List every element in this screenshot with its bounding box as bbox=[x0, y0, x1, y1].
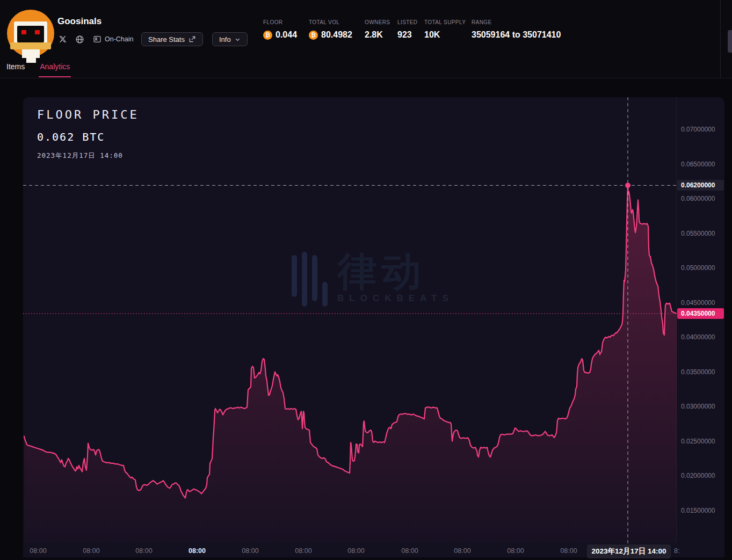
y-axis: 0.06200000 0.04350000 0.070000000.065000… bbox=[677, 97, 724, 543]
y-axis-tick-label: 0.06000000 bbox=[681, 195, 715, 202]
chevron-down-icon bbox=[235, 37, 241, 42]
info-label: Info bbox=[219, 35, 231, 43]
x-axis-tick-label: 08:00 bbox=[560, 547, 577, 555]
social-icon-row: On-Chain bbox=[58, 33, 134, 45]
website-globe-icon[interactable] bbox=[75, 35, 84, 44]
y-axis-tick-label: 0.01500000 bbox=[681, 507, 715, 514]
y-axis-tick-label: 0.03500000 bbox=[681, 368, 715, 376]
collection-header: Goosinals On-Chain Share Stats Info FLOO… bbox=[0, 0, 732, 78]
y-axis-tick-label: 0.02500000 bbox=[681, 438, 715, 445]
x-axis-tick-label: 08:00 bbox=[135, 547, 152, 555]
x-axis-tick-label: 08:00 bbox=[295, 547, 311, 555]
header-divider bbox=[720, 0, 721, 78]
stat-range: RANGE 35059164 to 35071410 bbox=[472, 19, 561, 40]
scrollbar-thumb[interactable] bbox=[728, 30, 732, 53]
x-tick-partial: 8: bbox=[674, 547, 679, 555]
chart-plot-area[interactable]: FLOOR PRICE 0.062 BTC 2023年12月17日 14:00 … bbox=[23, 97, 677, 543]
btc-icon: ₿ bbox=[309, 31, 318, 40]
page-title: Goosinals bbox=[57, 16, 102, 27]
x-axis-tick-label: 08:00 bbox=[189, 547, 206, 555]
share-stats-label: Share Stats bbox=[148, 35, 185, 43]
y-axis-tick-label: 0.03000000 bbox=[681, 403, 715, 410]
x-twitter-icon[interactable] bbox=[58, 35, 67, 44]
share-stats-button[interactable]: Share Stats bbox=[141, 32, 203, 46]
x-axis-tick-label: 08:00 bbox=[507, 547, 524, 555]
chart-title: FLOOR PRICE bbox=[37, 108, 139, 121]
on-chain-badge[interactable]: On-Chain bbox=[92, 35, 134, 44]
analytics-page: { "header": { "title": "Goosinals", "onc… bbox=[0, 0, 732, 560]
crosshair-point-marker bbox=[625, 183, 630, 188]
on-chain-label: On-Chain bbox=[105, 35, 134, 43]
x-axis-tick-label: 08:00 bbox=[242, 547, 258, 555]
x-axis-tick-label: 08:00 bbox=[83, 547, 99, 555]
x-axis-tick-label: 08:00 bbox=[454, 547, 470, 555]
tab-items[interactable]: Items bbox=[5, 60, 26, 77]
tab-bar: Items Analytics bbox=[5, 60, 71, 77]
floor-price-chart bbox=[23, 97, 677, 543]
crosshair-date-label: 2023年12月17日 14:00 bbox=[587, 544, 671, 558]
y-axis-tick-label: 0.05500000 bbox=[681, 230, 715, 237]
stat-total-supply: TOTAL SUPPLY 10K bbox=[424, 19, 466, 40]
tab-analytics[interactable]: Analytics bbox=[39, 60, 71, 77]
y-axis-tick-label: 0.06500000 bbox=[681, 161, 715, 168]
x-axis-tick-label: 08:00 bbox=[347, 547, 364, 555]
y-axis-tick-label: 0.05000000 bbox=[681, 264, 715, 272]
floor-price-chart-card: FLOOR PRICE 0.062 BTC 2023年12月17日 14:00 … bbox=[23, 97, 724, 560]
current-price-badge: 0.04350000 bbox=[677, 308, 724, 319]
chart-hover-value: 0.062 BTC bbox=[37, 130, 139, 143]
crosshair-price-label: 0.06200000 bbox=[677, 180, 724, 191]
btc-icon: ₿ bbox=[263, 31, 272, 40]
chart-hover-date: 2023年12月17日 14:00 bbox=[37, 151, 139, 161]
stat-floor: FLOOR ₿0.044 bbox=[263, 19, 297, 40]
avatar bbox=[5, 6, 59, 63]
x-axis-tick-label: 08:00 bbox=[401, 547, 418, 555]
chart-overlay: FLOOR PRICE 0.062 BTC 2023年12月17日 14:00 bbox=[37, 108, 139, 161]
y-axis-tick-label: 0.04500000 bbox=[681, 299, 715, 307]
y-axis-tick-label: 0.04000000 bbox=[681, 333, 715, 341]
stat-owners: OWNERS 2.8K bbox=[365, 19, 390, 40]
y-axis-tick-label: 0.02000000 bbox=[681, 472, 715, 479]
stat-total-vol: TOTAL VOL ₿80.4982 bbox=[309, 19, 352, 40]
stat-listed: LISTED 923 bbox=[397, 19, 417, 40]
x-axis-tick-label: 08:00 bbox=[30, 547, 46, 555]
y-axis-tick-label: 0.07000000 bbox=[681, 126, 715, 133]
share-external-icon bbox=[189, 35, 196, 43]
on-chain-icon bbox=[92, 35, 102, 44]
info-button[interactable]: Info bbox=[212, 32, 248, 46]
